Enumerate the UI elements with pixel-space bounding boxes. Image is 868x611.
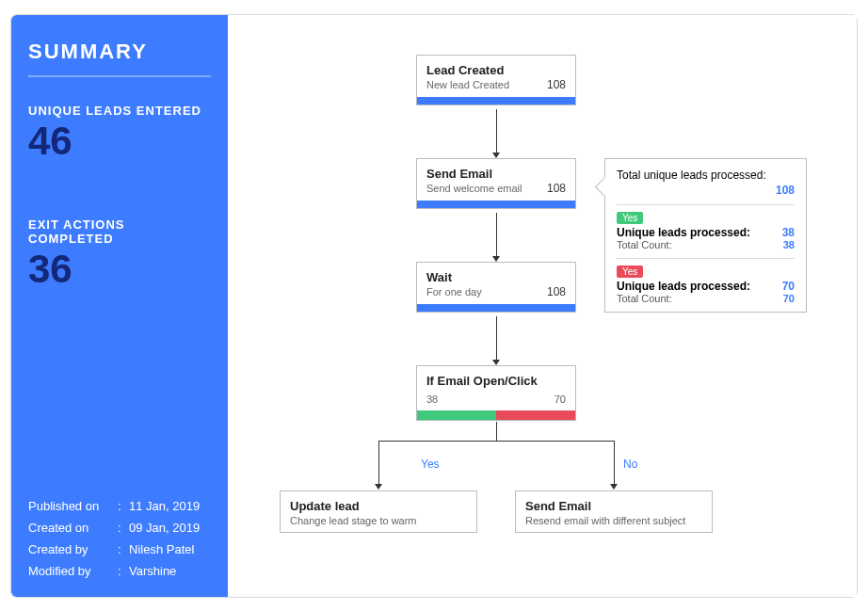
node-title: Wait — [426, 270, 566, 284]
node-split-bar — [417, 410, 575, 420]
node-resend-email[interactable]: Send Email Resend email with different s… — [515, 490, 713, 533]
arrow-down-icon — [375, 484, 382, 490]
node-send-email[interactable]: Send Email Send welcome email 108 — [416, 158, 576, 209]
summary-title: SUMMARY — [28, 40, 211, 77]
meta-colon: : — [118, 521, 129, 535]
bar-segment-no — [496, 410, 575, 420]
meta-val: 11 Jan, 2019 — [129, 499, 200, 513]
node-subtitle: Send welcome email — [426, 183, 566, 194]
meta-row-created-on: Created on : 09 Jan, 2019 — [28, 517, 211, 539]
meta-val: Varshine — [129, 564, 176, 578]
node-title: Send Email — [525, 499, 702, 513]
popover-no-processed-label: Unique leads processed: — [617, 280, 750, 293]
node-count: 108 — [547, 285, 566, 298]
bar-segment-yes — [417, 410, 496, 420]
node-condition-email-open[interactable]: If Email Open/Click 38 70 — [416, 365, 576, 421]
node-lead-created[interactable]: Lead Created New lead Created 108 — [416, 55, 576, 105]
branch-label-yes: Yes — [421, 458, 440, 471]
meta-val: Nilesh Patel — [129, 542, 194, 556]
node-stats-popover: Total unique leads processed: 108 Yes Un… — [604, 158, 807, 313]
popover-yes-processed-label: Unique leads processed: — [617, 226, 750, 239]
meta-row-modified-by: Modified by : Varshine — [28, 560, 211, 582]
node-title: Lead Created — [426, 63, 566, 77]
branch-label-no: No — [623, 458, 637, 471]
meta-block: Published on : 11 Jan, 2019 Created on :… — [28, 495, 211, 582]
meta-val: 09 Jan, 2019 — [129, 521, 200, 535]
condition-no-count: 70 — [555, 394, 566, 405]
meta-row-created-by: Created by : Nilesh Patel — [28, 539, 211, 560]
popover-yes-total-value: 38 — [783, 239, 795, 250]
arrow-down-icon — [610, 484, 618, 490]
divider — [617, 204, 795, 205]
connector — [496, 109, 497, 154]
meta-row-published-on: Published on : 11 Jan, 2019 — [28, 495, 211, 517]
node-title: Send Email — [426, 167, 566, 181]
node-subtitle: Resend email with different subject — [525, 515, 702, 526]
node-subtitle: Change lead stage to warm — [290, 515, 467, 526]
summary-sidebar: SUMMARY UNIQUE LEADS ENTERED 46 EXIT ACT… — [11, 15, 228, 597]
connector — [614, 441, 615, 486]
meta-colon: : — [118, 542, 129, 556]
stat-exit-actions-value: 36 — [28, 249, 211, 289]
stat-exit-actions-label: EXIT ACTIONS COMPLETED — [28, 217, 211, 246]
popover-yes-processed-value: 38 — [782, 226, 795, 239]
popover-no-processed-value: 70 — [782, 280, 795, 293]
popover-no-total-value: 70 — [783, 293, 795, 304]
node-count: 108 — [547, 78, 566, 91]
node-wait[interactable]: Wait For one day 108 — [416, 262, 576, 313]
tag-yes: Yes — [617, 212, 643, 224]
meta-colon: : — [118, 499, 129, 513]
connector — [378, 441, 614, 442]
meta-colon: : — [118, 564, 129, 578]
node-title: If Email Open/Click — [426, 374, 566, 388]
meta-key: Created on — [28, 521, 118, 535]
node-title: Update lead — [290, 499, 467, 513]
node-progress-bar — [417, 201, 575, 208]
meta-key: Published on — [28, 499, 118, 513]
meta-key: Created by — [28, 542, 118, 556]
stat-unique-leads-label: UNIQUE LEADS ENTERED — [28, 104, 211, 118]
condition-yes-count: 38 — [426, 394, 438, 405]
workflow-canvas[interactable]: Lead Created New lead Created 108 Send E… — [228, 15, 857, 597]
popover-yes-total-label: Total Count: — [617, 239, 672, 250]
popover-total-value: 108 — [776, 184, 795, 197]
node-update-lead[interactable]: Update lead Change lead stage to warm — [280, 490, 477, 533]
node-count: 108 — [547, 182, 566, 195]
connector — [496, 316, 497, 362]
node-subtitle: New lead Created — [426, 79, 566, 90]
popover-no-total-label: Total Count: — [617, 293, 672, 304]
node-progress-bar — [417, 304, 575, 312]
connector — [496, 422, 497, 441]
tag-no: Yes — [617, 265, 643, 278]
connector — [378, 441, 379, 486]
app-frame: SUMMARY UNIQUE LEADS ENTERED 46 EXIT ACT… — [10, 14, 858, 598]
connector — [496, 213, 497, 258]
divider — [617, 258, 795, 259]
popover-total-label: Total unique leads processed: — [617, 169, 766, 182]
node-progress-bar — [417, 97, 575, 105]
stat-unique-leads-value: 46 — [28, 121, 211, 161]
node-subtitle: For one day — [426, 286, 566, 297]
meta-key: Modified by — [28, 564, 118, 578]
